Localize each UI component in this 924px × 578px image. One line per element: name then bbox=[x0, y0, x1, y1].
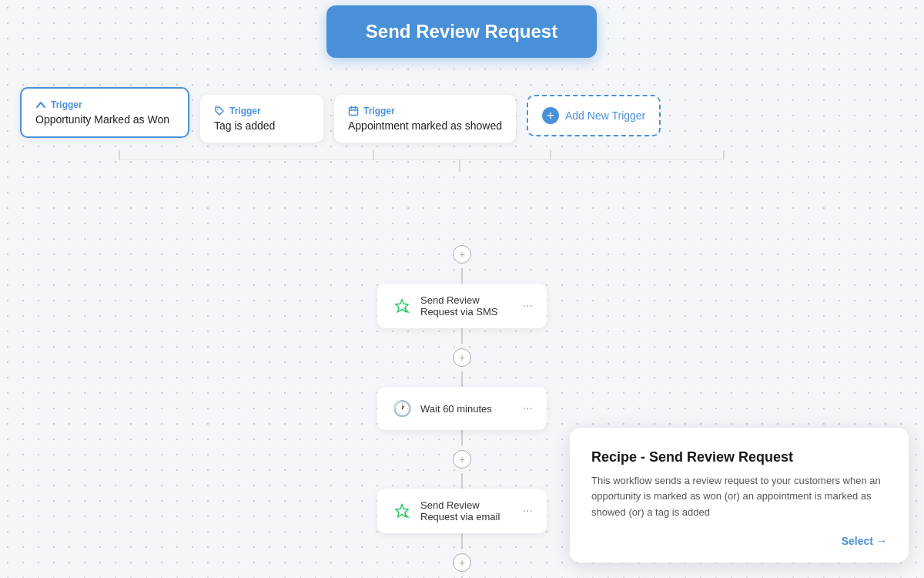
plus-connector-1[interactable]: + bbox=[453, 245, 471, 264]
calendar-icon bbox=[348, 106, 359, 116]
step-sms-label: Send Review Request via SMS bbox=[420, 294, 515, 318]
svg-rect-1 bbox=[350, 108, 358, 116]
trigger-name-won: Opportunity Marked as Won bbox=[35, 113, 174, 126]
step-email-menu[interactable]: ··· bbox=[523, 504, 533, 518]
tag-icon bbox=[214, 106, 225, 116]
trigger-label-tag: Trigger bbox=[214, 106, 310, 116]
v-line-4 bbox=[461, 430, 463, 445]
star-sms-icon bbox=[391, 295, 413, 317]
v-line-2 bbox=[461, 328, 463, 344]
step-wait-menu[interactable]: ··· bbox=[523, 402, 533, 415]
step-email-node[interactable]: Send Review Request via email ··· bbox=[377, 489, 547, 533]
trigger-card-tag[interactable]: Trigger Tag is added bbox=[200, 95, 323, 143]
star-email-icon bbox=[391, 500, 413, 522]
chevron-up-icon bbox=[35, 99, 46, 110]
step-email-label: Send Review Request via email bbox=[420, 499, 515, 523]
select-label: Select bbox=[842, 535, 873, 547]
recipe-description: This workflow sends a review request to … bbox=[591, 473, 887, 521]
trigger-label-won: Trigger bbox=[35, 99, 174, 110]
plus-connector-2[interactable]: + bbox=[453, 348, 471, 367]
trigger-card-won[interactable]: Trigger Opportunity Marked as Won bbox=[20, 87, 189, 138]
add-trigger-label: Add New Trigger bbox=[565, 109, 645, 122]
recipe-card: Recipe - Send Review Request This workfl… bbox=[570, 428, 909, 563]
trigger-row: Trigger Opportunity Marked as Won Trigge… bbox=[20, 87, 661, 143]
plus-connector-3[interactable]: + bbox=[453, 450, 471, 469]
trigger-card-appointment[interactable]: Trigger Appointment marked as showed bbox=[334, 95, 516, 143]
trigger-label-appointment: Trigger bbox=[348, 106, 502, 116]
recipe-title: Recipe - Send Review Request bbox=[591, 449, 887, 465]
v-line-6 bbox=[461, 533, 463, 549]
svg-point-0 bbox=[217, 109, 219, 110]
clock-icon: 🕐 bbox=[391, 398, 413, 419]
workflow-title: Send Review Request bbox=[366, 21, 557, 42]
step-wait-label: Wait 60 minutes bbox=[420, 403, 515, 415]
trigger-name-tag: Tag is added bbox=[214, 119, 310, 132]
v-line-3 bbox=[461, 371, 463, 387]
v-line-1 bbox=[461, 268, 463, 284]
add-icon: + bbox=[542, 107, 559, 124]
add-trigger-button[interactable]: + Add New Trigger bbox=[527, 95, 661, 136]
step-sms-node[interactable]: Send Review Request via SMS ··· bbox=[377, 284, 547, 328]
recipe-footer: Select → bbox=[591, 535, 887, 547]
workflow-canvas: Send Review Request Trigger Opportunity … bbox=[0, 0, 924, 578]
select-button[interactable]: Select → bbox=[842, 535, 887, 547]
step-sms-menu[interactable]: ··· bbox=[523, 299, 533, 313]
trigger-name-appointment: Appointment marked as showed bbox=[348, 119, 502, 132]
workflow-title-card: Send Review Request bbox=[326, 5, 597, 58]
arrow-icon: → bbox=[876, 535, 887, 547]
v-line-5 bbox=[461, 473, 463, 489]
step-wait-node[interactable]: 🕐 Wait 60 minutes ··· bbox=[377, 387, 547, 430]
plus-connector-4[interactable]: + bbox=[453, 553, 471, 572]
